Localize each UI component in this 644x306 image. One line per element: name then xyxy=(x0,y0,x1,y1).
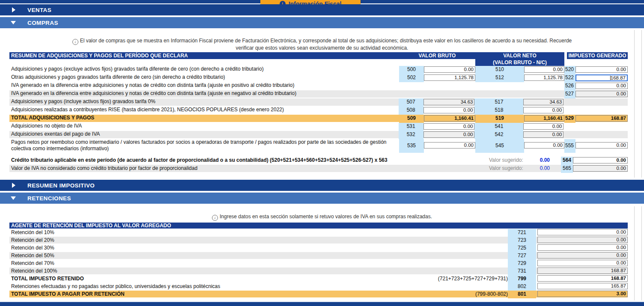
field-code-532: 532 xyxy=(399,131,423,139)
field-input-541[interactable]: 0.00 xyxy=(523,123,564,130)
field-input-cell: 1,125.78 xyxy=(524,74,564,81)
table-row: Adquisiciones exentas del pago de IVA532… xyxy=(9,131,628,138)
section-header-resumen-impositivo[interactable]: RESUMEN IMPOSITIVO xyxy=(0,180,644,191)
field-input-cell: 168.87 xyxy=(537,267,628,274)
row-label: Adquisiciones no objeto de IVA xyxy=(9,123,399,129)
field-code-509: 509 xyxy=(399,115,424,123)
table-row: Adquisiciones y pagos (incluye activos f… xyxy=(9,98,628,106)
valor-sugerido-label: Valor sugerido: xyxy=(489,165,524,172)
field-input-532: 0.00 xyxy=(423,131,475,138)
field-input-519[interactable]: 1,160.41 xyxy=(524,115,564,122)
field-input-518[interactable]: 0.00 xyxy=(523,107,564,113)
field-input-cell: 34.63 xyxy=(523,98,564,105)
field-code-512: 512 xyxy=(475,74,524,82)
table-row: IVA generado en la diferencia entre adqu… xyxy=(9,90,628,98)
field-input-cell: 0.00 xyxy=(573,165,628,172)
row-label: Retenciones efectuadas y no pagadas sect… xyxy=(9,283,431,290)
column-header-valor-neto: VALOR NETO (VALOR BRUTO - N/C) xyxy=(475,52,564,66)
chevron-right-icon xyxy=(12,7,15,12)
field-input-cell: 0.00 xyxy=(423,107,475,113)
field-input-517: 34.63 xyxy=(523,99,564,105)
scrollbar-track[interactable] xyxy=(634,30,642,178)
field-code-500: 500 xyxy=(399,66,424,74)
field-input-cell: 0.00 xyxy=(575,66,628,73)
field-code-565: 565 xyxy=(561,165,573,173)
field-input-529[interactable]: 168.87 xyxy=(575,115,628,122)
field-input-508[interactable]: 0.00 xyxy=(423,107,475,113)
field-input-cell: 0.00 xyxy=(424,66,475,73)
field-input-802[interactable]: 165.87 xyxy=(537,283,628,289)
field-code-527: 527 xyxy=(564,90,575,98)
table-row: TOTAL IMPUESTO RETENIDO(721+723+725+727+… xyxy=(9,275,628,282)
field-input-721[interactable]: 0.00 xyxy=(537,229,628,235)
section-header-retenciones[interactable]: RETENCIONES xyxy=(0,193,644,204)
field-code-526: 526 xyxy=(564,82,575,90)
retenciones-table: AGENTE DE RETENCIÓN DEL IMPUESTO AL VALO… xyxy=(9,223,628,298)
retenciones-table-title: AGENTE DE RETENCIÓN DEL IMPUESTO AL VALO… xyxy=(9,223,628,229)
section-header-ventas[interactable]: VENTAS xyxy=(0,4,644,15)
field-code-522: 522 xyxy=(564,74,575,82)
field-input-535[interactable]: 0.00 xyxy=(424,142,475,149)
field-input-509[interactable]: 1,160.41 xyxy=(424,115,475,122)
field-input-510[interactable]: 0.00 xyxy=(524,66,564,73)
field-input-799[interactable]: 168.87 xyxy=(537,275,628,282)
table-row: Adquisiciones y pagos (excluye activos f… xyxy=(9,66,628,73)
field-code-517: 517 xyxy=(474,98,523,107)
field-input-526[interactable]: 0.00 xyxy=(575,83,628,89)
field-input-500[interactable]: 0.00 xyxy=(424,66,475,73)
scrollbar-track[interactable] xyxy=(634,206,642,300)
next-section-bar[interactable] xyxy=(0,302,644,306)
field-input-520[interactable]: 0.00 xyxy=(575,66,628,73)
table-row: Otras adquisiciones y pagos gravados tar… xyxy=(9,74,628,81)
field-input-555[interactable]: 0.00 xyxy=(575,142,628,149)
table-title: RESUMEN DE ADQUISICIONES Y PAGOS DEL PER… xyxy=(9,52,399,59)
field-input-801[interactable]: 3.00 xyxy=(537,291,628,297)
field-input-cell: 0.00 xyxy=(537,244,628,251)
field-input-cell: 165.87 xyxy=(537,283,628,289)
table-row: Retención del 70%7290.00 xyxy=(9,260,628,267)
field-input-527: 0.00 xyxy=(575,91,628,97)
field-input-cell: 0.00 xyxy=(524,139,564,149)
row-label: Retención del 20% xyxy=(9,237,431,244)
field-input-564[interactable]: 0.00 xyxy=(573,157,628,163)
field-code-541: 541 xyxy=(474,123,523,131)
table-row: Retención del 50%7270.00 xyxy=(9,252,628,259)
section-header-compras[interactable]: COMPRAS xyxy=(0,17,644,28)
compras-rows: Adquisiciones y pagos (excluye activos f… xyxy=(9,66,628,152)
field-input-522[interactable]: 168.87 xyxy=(575,74,628,81)
empty-cell xyxy=(564,107,575,114)
section-label-retenciones: RETENCIONES xyxy=(27,195,71,202)
table-row: Retención del 10%7210.00 xyxy=(9,229,628,236)
compras-info: iEl valor de compras que se muestra en I… xyxy=(0,38,644,51)
empty-cell xyxy=(399,90,424,98)
empty-cell xyxy=(564,131,575,138)
field-input-cell: 1,160.41 xyxy=(524,115,564,122)
field-input-cell: 168.87 xyxy=(537,275,628,282)
field-code-510: 510 xyxy=(475,66,524,74)
empty-cell xyxy=(575,98,628,106)
field-input-502[interactable]: 1,125.78 xyxy=(424,74,475,81)
chevron-right-icon xyxy=(12,183,15,188)
row-label: Adquisiciones realizadas a contribuyente… xyxy=(9,107,399,113)
field-input-cell: 0.00 xyxy=(424,139,475,149)
field-input-cell: 168.87 xyxy=(575,115,628,122)
field-input-729[interactable]: 0.00 xyxy=(537,260,628,266)
field-input-507: 34.63 xyxy=(423,99,475,105)
field-input-725[interactable]: 0.00 xyxy=(537,244,628,251)
field-code-518: 518 xyxy=(474,107,523,115)
field-input-cell: 168.87 xyxy=(575,74,628,81)
row-label: Crédito tributario aplicable en este per… xyxy=(9,157,489,163)
field-input-545[interactable]: 0.00 xyxy=(524,142,564,149)
column-header-impuesto-generado: IMPUESTO GENERADO xyxy=(567,52,628,59)
field-input-cell: 0.00 xyxy=(524,66,564,73)
field-input-531[interactable]: 0.00 xyxy=(423,123,475,130)
field-code-507: 507 xyxy=(399,98,423,107)
field-input-cell: 0.00 xyxy=(523,107,564,113)
field-input-cell: 0.00 xyxy=(523,123,564,130)
row-label: Retención del 70% xyxy=(9,260,431,267)
field-input-cell: 3.00 xyxy=(537,291,628,297)
row-label: Otras adquisiciones y pagos gravados tar… xyxy=(9,74,399,80)
field-input-cell: 0.00 xyxy=(575,82,628,89)
retenciones-rows: Retención del 10%7210.00Retención del 20… xyxy=(9,229,628,297)
field-input-512[interactable]: 1,125.78 xyxy=(524,74,564,81)
